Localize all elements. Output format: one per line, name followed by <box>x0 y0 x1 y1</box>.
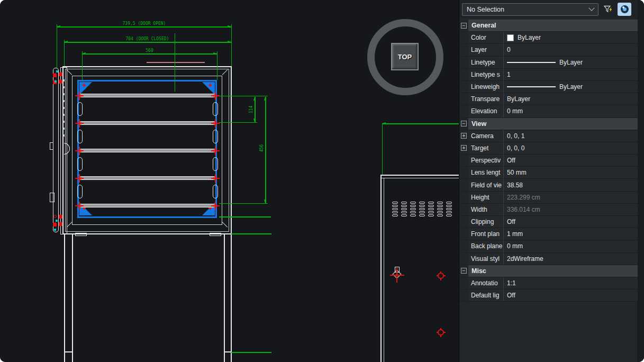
drawing-line <box>384 178 384 362</box>
drawing-rect <box>75 233 87 236</box>
row-gutter <box>459 32 468 43</box>
section-header-row[interactable]: −General <box>459 20 638 32</box>
drawing-rect <box>77 130 83 143</box>
properties-panel: No Selection −GeneralColorByLayerLayer0L… <box>459 0 644 362</box>
dimension-arrow <box>264 200 266 203</box>
property-value[interactable]: 1:1 <box>504 277 638 289</box>
row-gutter <box>459 192 468 203</box>
property-label: Clipping <box>468 216 504 228</box>
visibility-toggle-button[interactable] <box>618 3 631 16</box>
section-header-row[interactable]: −Misc <box>459 265 638 277</box>
property-value[interactable]: 336.014 cm <box>504 204 638 215</box>
property-value[interactable]: 1 mm <box>504 228 638 240</box>
property-value-text: ByLayer <box>559 83 583 91</box>
hinge-marker <box>53 215 57 218</box>
drawing-rect <box>392 211 398 213</box>
property-row: LinetypeByLayer <box>459 57 638 69</box>
row-gutter <box>459 105 468 117</box>
drawing-rect <box>401 208 407 210</box>
drawing-line <box>64 40 65 66</box>
property-row: TranspareByLayer <box>459 93 638 105</box>
drawing-line <box>380 178 459 178</box>
selection-dropdown-value: No Selection <box>467 6 589 13</box>
panel-scrollbar[interactable] <box>637 0 644 362</box>
shelf-fixing-marker <box>75 202 84 210</box>
property-value[interactable]: 0 mm <box>504 105 638 117</box>
plus-box-icon[interactable]: + <box>461 133 467 139</box>
property-label: Linetype s <box>468 69 504 80</box>
drawing-canvas[interactable]: 739,5 (DOOR OPEN) 704 (DOOR CLOSED) 560 … <box>0 0 459 362</box>
drawing-rect <box>410 202 416 204</box>
property-row: Lens lengt50 mm <box>459 167 638 179</box>
drawing-line <box>396 268 397 283</box>
property-value[interactable]: 0 <box>504 44 638 56</box>
property-row: LineweighByLayer <box>459 81 638 93</box>
drawing-line <box>64 351 72 352</box>
property-value[interactable]: 0, 0, 1 <box>504 130 638 142</box>
row-gutter <box>459 277 468 289</box>
color-swatch[interactable] <box>507 34 514 41</box>
property-value[interactable]: 50 mm <box>504 167 638 178</box>
drawing-line <box>64 234 65 362</box>
minus-box-icon[interactable]: − <box>461 121 467 126</box>
selection-dropdown[interactable]: No Selection <box>462 3 598 16</box>
property-value[interactable]: 223.299 cm <box>504 192 638 203</box>
property-value[interactable]: Off <box>504 216 638 228</box>
drawing-rect <box>446 205 452 207</box>
row-gutter <box>459 44 468 56</box>
row-gutter: + <box>459 130 468 142</box>
property-value[interactable]: 0 mm <box>504 240 638 252</box>
plus-box-icon[interactable]: + <box>461 145 467 151</box>
hinge-snap-dot <box>56 220 58 222</box>
shelf-rail <box>80 121 215 125</box>
minus-box-icon[interactable]: − <box>461 268 467 274</box>
property-value-text: ByLayer <box>559 59 583 66</box>
row-gutter <box>459 81 468 93</box>
property-value[interactable]: 0, 0, 0 <box>504 142 638 154</box>
property-label: Color <box>468 32 504 43</box>
hinge-pin-hole <box>63 79 65 82</box>
property-label: Linetype <box>468 57 504 68</box>
property-value[interactable]: Off <box>504 289 638 301</box>
property-value[interactable]: 38.58 <box>504 179 638 191</box>
property-row: Default ligOff <box>459 289 638 302</box>
property-value[interactable]: ByLayer <box>504 81 638 93</box>
property-value[interactable]: ByLayer <box>504 57 638 68</box>
dimension-arrow <box>228 41 231 43</box>
property-value-text: 336.014 cm <box>507 206 540 213</box>
property-value[interactable]: Off <box>504 155 638 166</box>
property-value-text: Off <box>507 157 515 164</box>
drawing-rect <box>410 208 416 210</box>
property-value-text: Off <box>507 218 515 225</box>
section-gutter: − <box>459 265 468 277</box>
insertion-point-marker <box>437 272 446 280</box>
shelf-fixing-marker <box>75 174 84 183</box>
view-orientation-button[interactable]: TOP <box>391 43 419 70</box>
row-gutter <box>459 216 468 228</box>
property-value[interactable]: ByLayer <box>504 32 638 43</box>
filter-button[interactable] <box>602 3 614 16</box>
view-orientation-label: TOP <box>398 53 412 61</box>
drawing-line <box>382 123 459 124</box>
minus-box-icon[interactable]: − <box>461 23 467 29</box>
property-row: Width336.014 cm <box>459 204 638 216</box>
linetype-preview <box>507 86 556 87</box>
row-gutter <box>459 57 468 68</box>
property-value[interactable]: ByLayer <box>504 93 638 105</box>
drawing-rect <box>401 211 407 213</box>
shelf-fixing-marker <box>75 92 84 100</box>
section-title: View <box>468 118 638 130</box>
shelf-rail <box>80 94 215 97</box>
drawing-rect <box>401 214 407 216</box>
chevron-down-icon <box>588 5 594 11</box>
property-value[interactable]: 2dWireframe <box>504 253 638 265</box>
drawing-line <box>217 51 217 80</box>
property-label: Front plan <box>468 228 504 240</box>
property-row: Height223.299 cm <box>459 192 638 204</box>
property-label: Field of vie <box>468 179 504 191</box>
section-header-row[interactable]: −View <box>459 118 638 130</box>
row-gutter <box>459 204 468 215</box>
property-value[interactable]: 1 <box>504 69 638 80</box>
drawing-line <box>219 203 268 204</box>
property-value-text: 1:1 <box>507 279 516 287</box>
